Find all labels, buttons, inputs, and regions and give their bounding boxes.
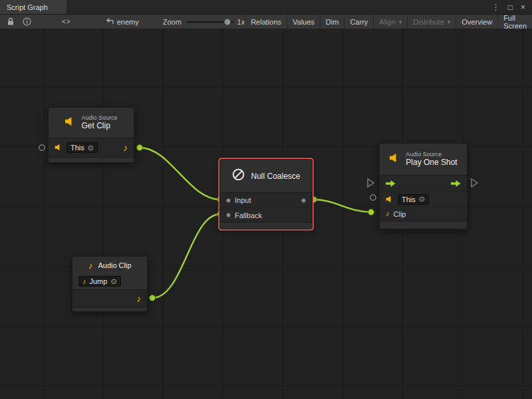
zoom-label: Zoom xyxy=(163,15,182,29)
values-button[interactable]: Values xyxy=(287,15,320,29)
zoom-value: 1x xyxy=(237,15,245,29)
clip-value-dropdown[interactable]: ♪ Jump ⊙ xyxy=(78,276,121,287)
wire-audioclip-to-fallback[interactable] xyxy=(152,214,220,298)
dim-button[interactable]: Dim xyxy=(320,15,344,29)
align-label: Align xyxy=(379,18,395,26)
node-title: Get Clip xyxy=(81,122,117,131)
node-title: Audio Clip xyxy=(98,261,131,269)
flow-in-arrow-icon[interactable] xyxy=(386,178,396,190)
audio-clip-icon: ♪ xyxy=(88,261,92,270)
flow-out-arrow-icon[interactable] xyxy=(451,178,461,190)
window-tab[interactable]: Script Graph xyxy=(0,0,66,14)
node-null-coalesce[interactable]: Null Coalesce Input Fallback xyxy=(219,159,313,229)
wire-null-to-clip[interactable] xyxy=(314,200,371,212)
window-controls: ⋮ □ × xyxy=(492,0,532,14)
target-picker-icon[interactable]: ⊙ xyxy=(110,278,116,285)
chevron-down-icon: ▾ xyxy=(399,19,402,25)
port-triangle-playoneshot-exit[interactable] xyxy=(471,179,477,187)
close-icon[interactable]: × xyxy=(521,3,525,12)
port-row-this: This ⊙ ♪ xyxy=(49,138,134,157)
this-value-dropdown[interactable]: This ⊙ xyxy=(398,194,429,205)
maximize-icon[interactable]: □ xyxy=(508,3,513,12)
node-title: Null Coalesce xyxy=(251,172,300,181)
audio-clip-output-icon: ♪ xyxy=(123,143,128,152)
port-circle-playoneshot-this[interactable] xyxy=(370,195,376,200)
node-title: Play One Shot xyxy=(406,158,457,168)
port-label: Input xyxy=(235,196,251,204)
port-dot-getclip-output[interactable] xyxy=(137,145,143,151)
toolbar-button-group: Relations Values Dim Carry Align ▾ Distr… xyxy=(245,15,532,29)
audio-source-icon xyxy=(389,153,400,166)
code-icon[interactable]: <> xyxy=(58,15,75,29)
output-port-dot[interactable] xyxy=(301,198,306,203)
graph-name: enemy xyxy=(117,18,139,26)
fullscreen-button[interactable]: Full Screen xyxy=(497,15,532,29)
node-header: Null Coalesce xyxy=(220,160,312,192)
port-triangle-playoneshot-enter[interactable] xyxy=(368,179,374,187)
align-button: Align ▾ xyxy=(373,15,407,29)
audio-clip-output-icon: ♪ xyxy=(136,294,141,303)
fallback-port-dot[interactable] xyxy=(226,213,231,217)
node-get-clip[interactable]: Audio Source Get Clip This ⊙ ♪ xyxy=(48,107,134,163)
clip-value: Jump xyxy=(90,277,108,285)
overview-button[interactable]: Overview xyxy=(456,15,497,29)
this-value: This xyxy=(70,144,84,152)
port-label: Clip xyxy=(394,210,406,218)
relations-button[interactable]: Relations xyxy=(245,15,287,29)
port-row-this: This ⊙ xyxy=(380,192,467,206)
node-audio-clip[interactable]: ♪ Audio Clip ♪ Jump ⊙ ♪ xyxy=(72,256,148,312)
port-row-output: ♪ xyxy=(72,290,147,307)
null-coalesce-icon xyxy=(231,168,245,184)
distribute-label: Distribute xyxy=(413,18,444,26)
port-dot-playoneshot-clip[interactable] xyxy=(368,209,374,215)
value-row: ♪ Jump ⊙ xyxy=(72,273,147,289)
input-port-dot[interactable] xyxy=(226,198,231,203)
this-value: This xyxy=(402,196,416,203)
breadcrumb[interactable]: enemy xyxy=(106,15,139,29)
port-label: Fallback xyxy=(235,211,262,219)
node-header: ♪ Audio Clip xyxy=(72,257,147,273)
parent-graph-arrow-icon xyxy=(106,18,114,26)
target-picker-icon[interactable]: ⊙ xyxy=(419,196,425,203)
window-tab-label: Script Graph xyxy=(7,3,48,11)
window-tab-bar: Script Graph ⋮ □ × xyxy=(0,0,532,15)
distribute-button: Distribute ▾ xyxy=(407,15,456,29)
lock-icon[interactable] xyxy=(3,15,19,29)
audio-source-icon xyxy=(65,116,76,129)
graph-canvas[interactable]: Audio Source Get Clip This ⊙ ♪ xyxy=(0,29,532,399)
port-row-clip: ♪ Clip xyxy=(380,206,467,221)
note-icon: ♪ xyxy=(386,210,390,217)
carry-button[interactable]: Carry xyxy=(344,15,373,29)
port-row-fallback: Fallback xyxy=(220,207,312,222)
info-icon[interactable] xyxy=(19,15,35,29)
node-play-one-shot[interactable]: Audio Source Play One Shot This ⊙ xyxy=(379,143,467,229)
speaker-icon xyxy=(55,142,63,154)
node-header: Audio Source Play One Shot xyxy=(380,144,467,175)
port-row-input: Input xyxy=(220,193,312,207)
wire-getclip-to-input[interactable] xyxy=(140,148,220,200)
menu-icon[interactable]: ⋮ xyxy=(492,3,500,12)
node-header: Audio Source Get Clip xyxy=(49,108,134,138)
note-icon: ♪ xyxy=(82,278,86,285)
zoom-slider-knob[interactable] xyxy=(224,19,231,25)
speaker-icon xyxy=(386,194,394,205)
graph-toolbar: <> enemy Zoom 1x Relations Values Dim Ca… xyxy=(0,15,532,29)
chevron-down-icon: ▾ xyxy=(448,19,451,25)
this-value-dropdown[interactable]: This ⊙ xyxy=(66,142,98,153)
zoom-slider[interactable] xyxy=(187,15,233,29)
target-picker-icon[interactable]: ⊙ xyxy=(88,144,94,152)
port-row-flow xyxy=(380,176,467,192)
port-dot-audioclip-output[interactable] xyxy=(150,295,156,301)
port-circle-getclip-this[interactable] xyxy=(39,145,45,150)
